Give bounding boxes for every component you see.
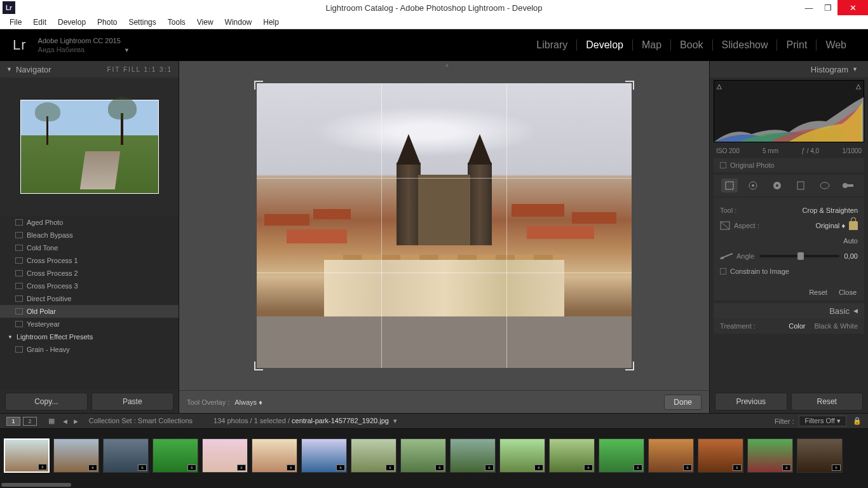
prev-photo-icon[interactable]: ◄ (62, 417, 69, 425)
filmstrip-thumb[interactable]: ± (499, 438, 545, 473)
preset-item[interactable]: Direct Positive (0, 292, 179, 305)
redeye-tool-icon[interactable] (769, 179, 785, 193)
filmstrip[interactable]: ± ± ± ± ± ± ± ± ± ± ± ± ± ± ± ± ± (0, 428, 868, 482)
preset-item[interactable]: Grain - Heavy (0, 343, 179, 356)
spot-tool-icon[interactable] (745, 179, 761, 193)
module-print[interactable]: Print (777, 39, 817, 51)
filmstrip-scrollbar[interactable] (0, 482, 868, 488)
treatment-bw[interactable]: Black & White (815, 322, 858, 330)
preset-item[interactable]: Cross Process 1 (0, 254, 179, 267)
navigator-header[interactable]: ▼ Navigator FIT FILL 1:1 3:1 (0, 61, 179, 78)
preset-item-selected[interactable]: Old Polar (0, 305, 179, 318)
tool-reset-button[interactable]: Reset (809, 288, 827, 296)
current-filename[interactable]: central-park-1457782_1920.jpg (292, 417, 389, 424)
preset-item[interactable]: Yesteryear (0, 318, 179, 330)
minimize-button[interactable]: — (799, 0, 818, 15)
angle-slider[interactable] (759, 255, 839, 257)
done-button[interactable]: Done (664, 395, 702, 410)
copy-button[interactable]: Copy... (5, 393, 88, 410)
filmstrip-thumb[interactable]: ± (400, 438, 446, 473)
identity-dropdown-icon[interactable]: ▼ (124, 47, 130, 55)
menu-develop[interactable]: Develop (52, 16, 92, 29)
screen-1-button[interactable]: 1 (6, 417, 20, 426)
menu-tools[interactable]: Tools (162, 16, 191, 29)
tool-overlay-dropdown[interactable]: Always ♦ (234, 398, 262, 406)
menu-file[interactable]: File (4, 16, 27, 29)
basic-panel-header[interactable]: Basic ◀ (714, 303, 864, 318)
navigator-preview[interactable] (0, 78, 179, 216)
navigator-zoom-options[interactable]: FIT FILL 1:1 3:1 (107, 66, 172, 73)
filmstrip-thumb[interactable]: ± (599, 438, 644, 473)
filmstrip-thumb[interactable]: ± (549, 438, 595, 473)
aspect-dropdown[interactable]: Original ♦ (815, 222, 845, 229)
filmstrip-thumb[interactable]: ± (351, 438, 397, 473)
preset-item[interactable]: Bleach Bypass (0, 229, 179, 241)
crop-handle-tl[interactable] (254, 81, 263, 90)
filmstrip-thumb[interactable]: ± (648, 438, 694, 473)
preset-item[interactable]: Cross Process 2 (0, 267, 179, 280)
grid-view-icon[interactable]: ▦ (48, 417, 55, 425)
filter-lock-icon[interactable]: 🔒 (853, 417, 862, 425)
shadow-clip-icon[interactable]: △ (717, 83, 722, 90)
filmstrip-thumb[interactable]: ± (747, 438, 793, 473)
histogram-chart[interactable]: △ △ (714, 80, 864, 142)
crop-handle-bl[interactable] (254, 362, 263, 370)
menu-settings[interactable]: Settings (123, 16, 161, 29)
reset-button[interactable]: Reset (791, 393, 864, 410)
collection-path[interactable]: Collection Set : Smart Collections (89, 417, 193, 424)
maximize-button[interactable]: ❐ (818, 0, 837, 15)
preset-item[interactable]: Aged Photo (0, 216, 179, 229)
collapse-icon[interactable]: ▼ (6, 66, 12, 72)
preset-item[interactable]: Cold Tone (0, 241, 179, 254)
treatment-color[interactable]: Color (789, 322, 805, 330)
menu-help[interactable]: Help (257, 16, 285, 29)
close-button[interactable]: ✕ (837, 0, 868, 15)
module-book[interactable]: Book (671, 39, 712, 51)
filmstrip-thumb[interactable]: ± (252, 438, 297, 473)
screen-2-button[interactable]: 2 (23, 417, 37, 426)
module-library[interactable]: Library (527, 39, 577, 51)
navigator-thumbnail[interactable] (20, 100, 159, 194)
filter-dropdown[interactable]: Filters Off ▾ (799, 416, 846, 426)
crop-handle-tr[interactable] (625, 81, 634, 90)
checkbox-icon[interactable] (720, 162, 726, 168)
menu-window[interactable]: Window (219, 16, 258, 29)
constrain-checkbox[interactable] (720, 268, 726, 274)
filmstrip-thumb[interactable]: ± (4, 438, 50, 473)
angle-value[interactable]: 0,00 (844, 252, 858, 260)
next-photo-icon[interactable]: ► (72, 417, 79, 425)
gradient-tool-icon[interactable] (792, 179, 809, 193)
auto-straighten-button[interactable]: Auto (843, 237, 858, 245)
collapse-icon[interactable]: ▼ (852, 66, 858, 72)
paste-button[interactable]: Paste (92, 393, 174, 410)
preset-group[interactable]: ▼Lightroom Effect Presets (0, 330, 179, 343)
original-photo-toggle[interactable]: Original Photo (714, 158, 864, 172)
photo-crop-area[interactable] (257, 83, 632, 368)
tool-close-button[interactable]: Close (839, 288, 857, 296)
collapse-icon[interactable]: ◀ (853, 308, 858, 314)
crop-handle-br[interactable] (625, 362, 634, 370)
brush-tool-icon[interactable] (840, 179, 857, 193)
filmstrip-thumb[interactable]: ± (202, 438, 248, 473)
module-map[interactable]: Map (633, 39, 671, 51)
identity-plate[interactable]: Adobe Lightroom CC 2015 Аида Набиева ▼ (38, 36, 121, 55)
histogram-header[interactable]: Histogram ▼ (710, 61, 868, 78)
filmstrip-thumb[interactable]: ± (103, 438, 149, 473)
preset-item[interactable]: Cross Process 3 (0, 280, 179, 292)
module-develop[interactable]: Develop (577, 39, 633, 51)
lock-icon[interactable] (849, 221, 858, 230)
filename-dropdown-icon[interactable]: ▾ (393, 417, 397, 424)
menu-edit[interactable]: Edit (27, 16, 52, 29)
filmstrip-thumb[interactable]: ± (53, 438, 99, 473)
filmstrip-thumb[interactable]: ± (153, 438, 198, 473)
previous-button[interactable]: Previous (715, 393, 787, 410)
filmstrip-thumb[interactable]: ± (301, 438, 347, 473)
crop-tool-icon[interactable] (721, 179, 738, 193)
menu-view[interactable]: View (191, 16, 219, 29)
radial-tool-icon[interactable] (817, 179, 833, 193)
module-web[interactable]: Web (817, 39, 855, 51)
menu-photo[interactable]: Photo (92, 16, 123, 29)
highlight-clip-icon[interactable]: △ (856, 83, 861, 90)
module-slideshow[interactable]: Slideshow (713, 39, 778, 51)
filmstrip-thumb[interactable]: ± (698, 438, 743, 473)
